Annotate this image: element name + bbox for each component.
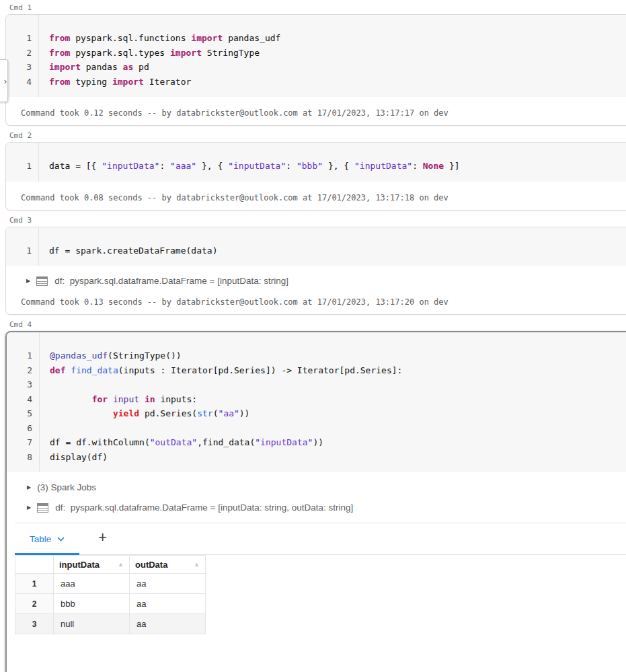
table-cell: null — [54, 614, 130, 634]
column-header[interactable]: inputData▲ — [54, 556, 130, 574]
code-lines: from pyspark.sql.functions import pandas… — [39, 15, 626, 97]
code-token: " — [407, 161, 412, 171]
code-token: " — [170, 161, 175, 171]
code-line: from pyspark.sql.types import StringType — [49, 46, 626, 61]
expand-triangle-icon[interactable]: ▶ — [27, 505, 31, 511]
notebook-cell[interactable]: 1data = [{ "inputData": "aaa" }, { "inpu… — [5, 142, 626, 211]
row-index-cell: 3 — [15, 614, 54, 634]
code-editor[interactable]: 1df = spark.createDataFrame(data) — [6, 227, 626, 266]
code-token: (StringType()) — [108, 350, 182, 361]
code-token: from — [49, 77, 75, 87]
column-header-inner: outData▲ — [135, 560, 200, 570]
code-token: in — [145, 394, 160, 404]
notebook-cell[interactable]: 12345678@pandas_udf(StringType())def fin… — [5, 331, 626, 672]
code-token: ,find_data( — [197, 437, 255, 447]
code-token: }, { — [196, 161, 228, 171]
code-token: str — [197, 408, 212, 418]
code-token: from — [49, 33, 75, 43]
add-visualization-button[interactable]: + — [94, 530, 111, 548]
table-row: 1aaaaa — [15, 574, 206, 594]
code-token: StringType — [207, 48, 260, 58]
result-table-head: inputData▲outData▲ — [15, 556, 206, 574]
code-token: input — [113, 394, 139, 404]
line-number: 6 — [7, 421, 32, 436]
code-line: from pyspark.sql.functions import pandas… — [49, 31, 626, 46]
code-token: yield — [113, 408, 145, 418]
expand-triangle-icon[interactable]: ▶ — [26, 278, 30, 284]
tab-label: Table — [30, 534, 51, 544]
line-number: 4 — [7, 392, 32, 407]
code-token: import — [49, 62, 86, 72]
table-row: 3nullaa — [15, 614, 206, 634]
dataframe-output-row[interactable]: ▶df: pyspark.sql.dataframe.DataFrame = [… — [7, 492, 626, 513]
notebook-cells-container: Cmd 11234from pyspark.sql.functions impo… — [0, 3, 626, 672]
spark-jobs-label: (3) Spark Jobs — [37, 482, 96, 492]
line-number: 1 — [6, 159, 32, 174]
code-line: def find_data(inputs : Iterator[pd.Serie… — [50, 363, 626, 378]
notebook-cell[interactable]: 1234from pyspark.sql.functions import pa… — [5, 14, 626, 126]
line-number: 2 — [7, 363, 32, 378]
code-token: (inputs : Iterator[pd.Series]) -> Iterat… — [118, 365, 403, 375]
collapse-panel-toggle[interactable]: › — [0, 59, 8, 102]
sort-ascending-icon[interactable]: ▲ — [194, 561, 200, 568]
header-row: inputData▲outData▲ — [15, 556, 206, 574]
code-token: import — [191, 33, 228, 43]
code-token — [139, 394, 145, 404]
code-editor[interactable]: 1234from pyspark.sql.functions import pa… — [6, 15, 626, 97]
line-number: 3 — [7, 377, 32, 392]
line-number-gutter: 12345678 — [7, 332, 40, 472]
spark-jobs-row[interactable]: ▶(3) Spark Jobs — [7, 472, 626, 492]
code-token: Iterator — [149, 77, 192, 87]
code-token: inputs: — [160, 394, 197, 404]
code-token: inputData — [233, 161, 280, 171]
code-editor[interactable]: 1data = [{ "inputData": "aaa" }, { "inpu… — [6, 143, 626, 182]
table-cell: bbb — [54, 594, 130, 614]
code-token: " — [354, 161, 360, 171]
dataframe-output-row[interactable]: ▶df: pyspark.sql.dataframe.DataFrame = [… — [6, 266, 626, 286]
chevron-down-icon — [57, 537, 65, 542]
code-token: }, { — [323, 161, 354, 171]
expand-triangle-icon[interactable]: ▶ — [27, 484, 31, 490]
code-token: None — [423, 161, 444, 171]
line-number: 1 — [7, 348, 32, 363]
line-number: 7 — [7, 435, 32, 450]
code-token: inputData — [360, 161, 407, 171]
code-token: " — [102, 161, 107, 171]
code-token: inputData — [107, 161, 154, 171]
column-header[interactable]: outData▲ — [130, 556, 206, 574]
cmd-label: Cmd 2 — [9, 131, 626, 140]
code-token: " — [228, 161, 233, 171]
code-token: )) — [239, 408, 250, 418]
code-token: " — [191, 161, 196, 171]
line-number: 2 — [6, 46, 32, 61]
line-number: 4 — [6, 75, 32, 89]
code-token: pandas — [86, 62, 123, 72]
cmd-label: Cmd 4 — [9, 320, 626, 329]
code-token: " — [234, 408, 239, 418]
code-line: data = [{ "inputData": "aaa" }, { "input… — [49, 159, 626, 174]
code-token: : — [286, 161, 297, 171]
notebook-cell[interactable]: 1df = spark.createDataFrame(data)▶df: py… — [5, 227, 626, 315]
code-line — [50, 377, 626, 392]
code-token: df = spark.createDataFrame(data) — [49, 246, 217, 256]
code-token — [50, 394, 92, 404]
result-table-body: 1aaaaa2bbbaa3nullaa — [15, 574, 206, 634]
sort-ascending-icon[interactable]: ▲ — [118, 561, 124, 568]
tab-table[interactable]: Table — [15, 523, 79, 555]
code-editor[interactable]: 12345678@pandas_udf(StringType())def fin… — [7, 332, 626, 472]
code-token: import — [170, 48, 207, 58]
code-lines: df = spark.createDataFrame(data) — [39, 227, 626, 266]
code-token: )) — [313, 437, 323, 447]
code-token: : — [159, 161, 170, 171]
code-token: for — [92, 394, 113, 404]
code-token: display(df) — [50, 452, 108, 462]
code-lines: data = [{ "inputData": "aaa" }, { "input… — [39, 143, 626, 182]
line-number: 1 — [6, 244, 32, 258]
code-lines: @pandas_udf(StringType())def find_data(i… — [40, 332, 626, 472]
code-token: find_data — [71, 365, 118, 375]
code-token: outData — [155, 437, 192, 447]
line-number-gutter: 1 — [6, 227, 39, 266]
column-header-inner: inputData▲ — [59, 560, 124, 570]
code-token: " — [150, 437, 155, 447]
line-number: 8 — [7, 450, 32, 465]
